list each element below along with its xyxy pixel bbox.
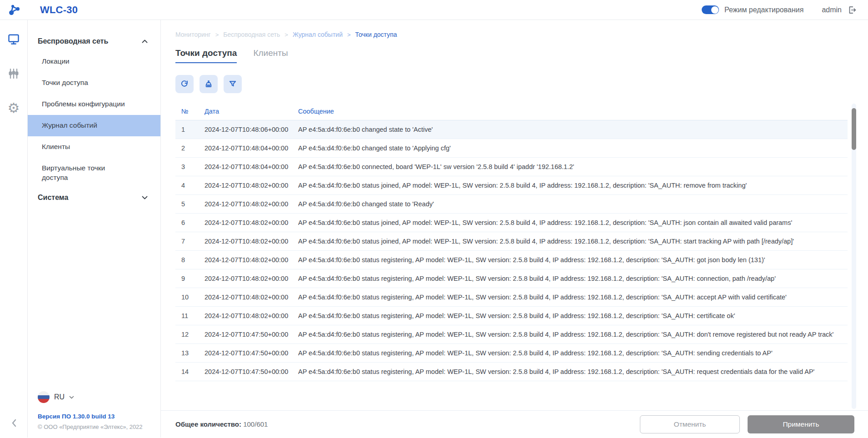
language-code: RU: [54, 393, 65, 401]
logout-icon[interactable]: [847, 5, 857, 15]
cell-date: 2024-12-07T10:48:02+00:00: [205, 238, 298, 245]
sidebar-footer: RU Версия ПО 1.30.0 build 13 © ООО «Пред…: [38, 391, 143, 430]
table-row[interactable]: 12 2024-12-07T10:47:50+00:00 AP e4:5a:d4…: [175, 325, 848, 344]
cell-num: 6: [175, 219, 205, 226]
language-selector[interactable]: RU: [38, 391, 143, 403]
cell-message: AP e4:5a:d4:f0:6e:b0 status registering,…: [298, 294, 848, 301]
apply-button[interactable]: Применить: [748, 415, 854, 433]
event-log-table: № Дата Сообщение 1 2024-12-07T10:48:06+0…: [175, 102, 848, 381]
table-row[interactable]: 13 2024-12-07T10:47:50+00:00 AP e4:5a:d4…: [175, 344, 848, 363]
column-header-num[interactable]: №: [175, 108, 205, 115]
cell-num: 7: [175, 238, 205, 245]
table-row[interactable]: 2 2024-12-07T10:48:04+00:00 AP e4:5a:d4:…: [175, 139, 848, 158]
table-row[interactable]: 10 2024-12-07T10:48:02+00:00 AP e4:5a:d4…: [175, 288, 848, 307]
cell-message: AP e4:5a:d4:f0:6e:b0 changed state to 'R…: [298, 200, 848, 208]
tab-clients[interactable]: Клиенты: [253, 48, 288, 63]
tabs: Точки доступа Клиенты: [175, 48, 868, 63]
cell-num: 13: [175, 349, 205, 357]
table-row[interactable]: 7 2024-12-07T10:48:02+00:00 AP e4:5a:d4:…: [175, 232, 848, 251]
sidebar-group-wireless[interactable]: Беспроводная сеть: [28, 32, 160, 51]
table-row[interactable]: 1 2024-12-07T10:48:06+00:00 AP e4:5a:d4:…: [175, 120, 848, 139]
table-row[interactable]: 3 2024-12-07T10:48:04+00:00 AP e4:5a:d4:…: [175, 158, 848, 176]
refresh-button[interactable]: [175, 75, 194, 93]
bottom-actions: Отменить Применить: [640, 415, 854, 433]
cell-message: AP e4:5a:d4:f0:6e:b0 status registering,…: [298, 256, 848, 264]
sidebar-collapse-button[interactable]: [0, 418, 28, 428]
cell-date: 2024-12-07T10:48:02+00:00: [205, 219, 298, 226]
molecule-logo-icon: [8, 4, 20, 16]
chevron-down-icon: [69, 396, 74, 399]
tab-access-points[interactable]: Точки доступа: [175, 48, 237, 63]
scrollbar-thumb[interactable]: [852, 108, 856, 150]
sidebar-item-event-log[interactable]: Журнал событий: [28, 115, 160, 136]
toggle-knob: [711, 6, 718, 14]
username: admin: [822, 6, 842, 14]
table-row[interactable]: 5 2024-12-07T10:48:02+00:00 AP e4:5a:d4:…: [175, 195, 848, 214]
breadcrumb-item-monitoring[interactable]: Мониторинг: [175, 31, 211, 38]
cell-date: 2024-12-07T10:48:02+00:00: [205, 200, 298, 208]
table-body: 1 2024-12-07T10:48:06+00:00 AP e4:5a:d4:…: [175, 120, 848, 381]
cell-message: AP e4:5a:d4:f0:6e:b0 status registering,…: [298, 349, 848, 357]
cell-date: 2024-12-07T10:47:50+00:00: [205, 349, 298, 357]
cell-num: 10: [175, 294, 205, 301]
group-label: Система: [38, 194, 68, 202]
cell-num: 12: [175, 331, 205, 338]
breadcrumb-item-event-log[interactable]: Журнал событий: [293, 31, 343, 38]
sidebar-item-locations[interactable]: Локации: [28, 51, 160, 72]
app-title: WLC-30: [40, 4, 78, 16]
cell-message: AP e4:5a:d4:f0:6e:b0 changed state to 'A…: [298, 126, 848, 133]
column-header-date[interactable]: Дата: [205, 108, 298, 115]
sidebar-item-virtual-aps[interactable]: Виртуальные точки доступа: [28, 158, 128, 189]
sidebar-item-config-problems[interactable]: Проблемы конфигурации: [28, 94, 160, 115]
cell-num: 9: [175, 275, 205, 282]
refresh-icon: [180, 80, 189, 89]
scrollbar-track[interactable]: [852, 104, 856, 409]
cancel-button[interactable]: Отменить: [640, 415, 740, 433]
cell-message: AP e4:5a:d4:f0:6e:b0 status registering,…: [298, 368, 848, 375]
table-row[interactable]: 11 2024-12-07T10:48:02+00:00 AP e4:5a:d4…: [175, 307, 848, 325]
brand: WLC-30: [0, 4, 78, 16]
cell-date: 2024-12-07T10:48:02+00:00: [205, 256, 298, 264]
breadcrumb-separator: >: [347, 31, 351, 38]
cell-message: AP e4:5a:d4:f0:6e:b0 status registering,…: [298, 331, 848, 338]
group-label: Беспроводная сеть: [38, 37, 108, 45]
cell-num: 3: [175, 163, 205, 170]
cell-message: AP e4:5a:d4:f0:6e:b0 status joined, AP m…: [298, 182, 848, 189]
sidebar-group-system[interactable]: Система: [28, 188, 160, 207]
settings-nav-button[interactable]: ⚙: [6, 101, 21, 115]
table-row[interactable]: 8 2024-12-07T10:48:02+00:00 AP e4:5a:d4:…: [175, 251, 848, 269]
sidebar-item-access-points[interactable]: Точки доступа: [28, 72, 160, 94]
table-row[interactable]: 6 2024-12-07T10:48:02+00:00 AP e4:5a:d4:…: [175, 214, 848, 232]
breadcrumb-item-wireless[interactable]: Беспроводная сеть: [223, 31, 280, 38]
app-logo[interactable]: [0, 4, 28, 16]
table-row[interactable]: 14 2024-12-07T10:47:50+00:00 AP e4:5a:d4…: [175, 363, 848, 381]
cell-num: 1: [175, 126, 205, 133]
cell-date: 2024-12-07T10:48:04+00:00: [205, 163, 298, 170]
filter-button[interactable]: [224, 75, 242, 93]
monitoring-nav-button[interactable]: [6, 32, 21, 46]
total-count-number: 100/601: [243, 420, 268, 428]
total-count: Общее количество: 100/601: [175, 420, 268, 428]
cell-message: AP e4:5a:d4:f0:6e:b0 changed state to 'A…: [298, 144, 848, 152]
copyright-text: © ООО «Предприятие «Элтекс», 2022: [38, 423, 143, 430]
sliders-icon: [7, 67, 20, 80]
column-header-message[interactable]: Сообщение: [298, 108, 848, 115]
clear-button[interactable]: [200, 75, 218, 93]
table-row[interactable]: 9 2024-12-07T10:48:02+00:00 AP e4:5a:d4:…: [175, 269, 848, 288]
breadcrumb-item-access-points: Точки доступа: [355, 31, 397, 38]
cell-num: 14: [175, 368, 205, 375]
toolbar: [175, 75, 868, 93]
cell-message: AP e4:5a:d4:f0:6e:b0 status joined, AP m…: [298, 238, 848, 245]
edit-mode-toggle[interactable]: [702, 5, 719, 14]
main-content: Мониторинг > Беспроводная сеть > Журнал …: [161, 20, 868, 438]
firmware-version-link[interactable]: Версия ПО 1.30.0 build 13: [38, 413, 143, 420]
cell-num: 4: [175, 182, 205, 189]
filter-icon: [228, 80, 237, 89]
cell-date: 2024-12-07T10:48:04+00:00: [205, 144, 298, 152]
icon-rail: ⚙: [0, 20, 28, 438]
sidebar-item-clients[interactable]: Клиенты: [28, 136, 160, 158]
table-row[interactable]: 4 2024-12-07T10:48:02+00:00 AP e4:5a:d4:…: [175, 176, 848, 195]
sidebar: Беспроводная сеть Локации Точки доступа …: [28, 20, 161, 438]
configuration-nav-button[interactable]: [6, 66, 21, 81]
top-bar: WLC-30 Режим редактирования admin: [0, 0, 868, 20]
